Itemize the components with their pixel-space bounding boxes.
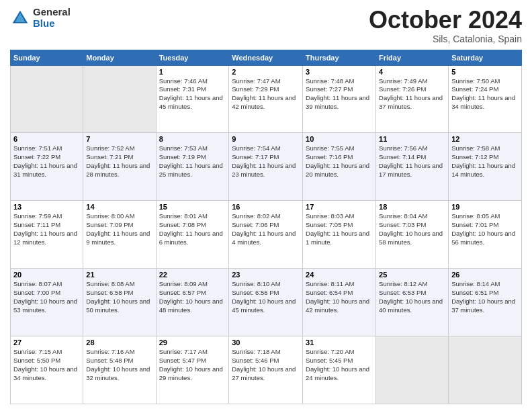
day-number: 29: [159, 338, 226, 347]
header: General Blue October 2024 Sils, Cataloni…: [10, 7, 522, 44]
calendar-cell: 20Sunrise: 8:07 AM Sunset: 7:00 PM Dayli…: [11, 269, 83, 336]
day-number: 13: [13, 203, 80, 211]
calendar-cell: 8Sunrise: 7:53 AM Sunset: 7:19 PM Daylig…: [156, 133, 229, 201]
day-info: Sunrise: 7:48 AM Sunset: 7:27 PM Dayligh…: [306, 77, 373, 111]
calendar-cell: 6Sunrise: 7:51 AM Sunset: 7:22 PM Daylig…: [11, 133, 83, 201]
day-info: Sunrise: 7:49 AM Sunset: 7:26 PM Dayligh…: [379, 77, 445, 111]
day-info: Sunrise: 8:12 AM Sunset: 6:53 PM Dayligh…: [379, 280, 445, 314]
calendar-cell: 23Sunrise: 8:10 AM Sunset: 6:56 PM Dayli…: [229, 269, 303, 336]
day-info: Sunrise: 7:53 AM Sunset: 7:19 PM Dayligh…: [159, 144, 226, 179]
day-number: 25: [379, 271, 445, 279]
day-info: Sunrise: 7:58 AM Sunset: 7:12 PM Dayligh…: [451, 144, 519, 179]
day-number: 20: [13, 271, 80, 279]
calendar-cell: 31Sunrise: 7:20 AM Sunset: 5:45 PM Dayli…: [303, 336, 376, 404]
day-info: Sunrise: 7:52 AM Sunset: 7:21 PM Dayligh…: [86, 144, 152, 179]
day-info: Sunrise: 7:50 AM Sunset: 7:24 PM Dayligh…: [451, 77, 519, 111]
day-number: 12: [451, 135, 519, 143]
day-number: 22: [159, 271, 226, 279]
day-number: 7: [86, 135, 152, 143]
day-info: Sunrise: 8:10 AM Sunset: 6:56 PM Dayligh…: [232, 280, 300, 314]
day-number: 1: [159, 68, 226, 76]
day-info: Sunrise: 8:03 AM Sunset: 7:05 PM Dayligh…: [306, 212, 373, 246]
day-of-week-header: Saturday: [449, 50, 522, 65]
logo-text: General Blue: [33, 7, 71, 29]
logo-general: General: [33, 7, 71, 18]
calendar-cell: [11, 65, 83, 133]
calendar-cell: 25Sunrise: 8:12 AM Sunset: 6:53 PM Dayli…: [376, 269, 449, 336]
calendar-cell: 16Sunrise: 8:02 AM Sunset: 7:06 PM Dayli…: [229, 201, 303, 269]
day-number: 9: [232, 135, 300, 143]
day-info: Sunrise: 8:07 AM Sunset: 7:00 PM Dayligh…: [13, 280, 80, 314]
day-info: Sunrise: 7:56 AM Sunset: 7:14 PM Dayligh…: [379, 144, 445, 179]
day-info: Sunrise: 7:54 AM Sunset: 7:17 PM Dayligh…: [232, 144, 300, 179]
day-number: 11: [379, 135, 445, 143]
day-number: 10: [306, 135, 373, 143]
day-info: Sunrise: 7:55 AM Sunset: 7:16 PM Dayligh…: [306, 144, 373, 179]
day-info: Sunrise: 8:09 AM Sunset: 6:57 PM Dayligh…: [159, 280, 226, 314]
calendar-cell: 21Sunrise: 8:08 AM Sunset: 6:58 PM Dayli…: [83, 269, 156, 336]
calendar-cell: 1Sunrise: 7:46 AM Sunset: 7:31 PM Daylig…: [156, 65, 229, 133]
day-info: Sunrise: 8:04 AM Sunset: 7:03 PM Dayligh…: [379, 212, 445, 246]
calendar-cell: 18Sunrise: 8:04 AM Sunset: 7:03 PM Dayli…: [376, 201, 449, 269]
day-number: 23: [232, 271, 300, 279]
logo-icon: [10, 8, 30, 28]
day-number: 17: [306, 203, 373, 211]
day-number: 2: [232, 68, 300, 76]
calendar-cell: 13Sunrise: 7:59 AM Sunset: 7:11 PM Dayli…: [11, 201, 83, 269]
day-number: 26: [451, 271, 519, 279]
day-number: 21: [86, 271, 152, 279]
calendar-cell: 4Sunrise: 7:49 AM Sunset: 7:26 PM Daylig…: [376, 65, 449, 133]
day-number: 30: [232, 338, 300, 347]
calendar-cell: 19Sunrise: 8:05 AM Sunset: 7:01 PM Dayli…: [449, 201, 522, 269]
day-number: 28: [86, 338, 152, 347]
day-number: 24: [306, 271, 373, 279]
day-info: Sunrise: 8:02 AM Sunset: 7:06 PM Dayligh…: [232, 212, 300, 246]
title-block: October 2024 Sils, Catalonia, Spain: [369, 7, 522, 44]
calendar-cell: 3Sunrise: 7:48 AM Sunset: 7:27 PM Daylig…: [303, 65, 376, 133]
calendar-cell: 2Sunrise: 7:47 AM Sunset: 7:29 PM Daylig…: [229, 65, 303, 133]
calendar-header-row: SundayMondayTuesdayWednesdayThursdayFrid…: [11, 50, 522, 65]
day-of-week-header: Monday: [83, 50, 156, 65]
calendar-week-row: 20Sunrise: 8:07 AM Sunset: 7:00 PM Dayli…: [11, 269, 522, 336]
day-info: Sunrise: 8:05 AM Sunset: 7:01 PM Dayligh…: [451, 212, 519, 246]
calendar-cell: [83, 65, 156, 133]
day-of-week-header: Sunday: [11, 50, 83, 65]
logo: General Blue: [10, 7, 71, 29]
calendar-cell: 28Sunrise: 7:16 AM Sunset: 5:48 PM Dayli…: [83, 336, 156, 404]
calendar-cell: 7Sunrise: 7:52 AM Sunset: 7:21 PM Daylig…: [83, 133, 156, 201]
day-info: Sunrise: 8:11 AM Sunset: 6:54 PM Dayligh…: [306, 280, 373, 314]
day-number: 27: [13, 338, 80, 347]
calendar-cell: 14Sunrise: 8:00 AM Sunset: 7:09 PM Dayli…: [83, 201, 156, 269]
day-info: Sunrise: 8:08 AM Sunset: 6:58 PM Dayligh…: [86, 280, 152, 314]
calendar-cell: 22Sunrise: 8:09 AM Sunset: 6:57 PM Dayli…: [156, 269, 229, 336]
calendar-cell: 29Sunrise: 7:17 AM Sunset: 5:47 PM Dayli…: [156, 336, 229, 404]
day-number: 19: [451, 203, 519, 211]
calendar-cell: 15Sunrise: 8:01 AM Sunset: 7:08 PM Dayli…: [156, 201, 229, 269]
day-number: 4: [379, 68, 445, 76]
calendar-week-row: 1Sunrise: 7:46 AM Sunset: 7:31 PM Daylig…: [11, 65, 522, 133]
calendar-cell: 17Sunrise: 8:03 AM Sunset: 7:05 PM Dayli…: [303, 201, 376, 269]
day-info: Sunrise: 8:01 AM Sunset: 7:08 PM Dayligh…: [159, 212, 226, 246]
calendar-week-row: 27Sunrise: 7:15 AM Sunset: 5:50 PM Dayli…: [11, 336, 522, 404]
logo-blue: Blue: [33, 18, 71, 30]
day-number: 14: [86, 203, 152, 211]
page: General Blue October 2024 Sils, Cataloni…: [0, 0, 532, 411]
day-info: Sunrise: 8:14 AM Sunset: 6:51 PM Dayligh…: [451, 280, 519, 314]
day-number: 16: [232, 203, 300, 211]
calendar-cell: 24Sunrise: 8:11 AM Sunset: 6:54 PM Dayli…: [303, 269, 376, 336]
day-number: 3: [306, 68, 373, 76]
day-info: Sunrise: 7:18 AM Sunset: 5:46 PM Dayligh…: [232, 348, 300, 382]
day-number: 31: [306, 338, 373, 347]
day-of-week-header: Thursday: [303, 50, 376, 65]
day-info: Sunrise: 7:46 AM Sunset: 7:31 PM Dayligh…: [159, 77, 226, 111]
calendar-cell: 9Sunrise: 7:54 AM Sunset: 7:17 PM Daylig…: [229, 133, 303, 201]
day-info: Sunrise: 8:00 AM Sunset: 7:09 PM Dayligh…: [86, 212, 152, 246]
calendar-cell: 30Sunrise: 7:18 AM Sunset: 5:46 PM Dayli…: [229, 336, 303, 404]
day-info: Sunrise: 7:17 AM Sunset: 5:47 PM Dayligh…: [159, 348, 226, 382]
calendar-cell: [376, 336, 449, 404]
calendar-cell: 27Sunrise: 7:15 AM Sunset: 5:50 PM Dayli…: [11, 336, 83, 404]
calendar-table: SundayMondayTuesdayWednesdayThursdayFrid…: [10, 50, 522, 404]
day-number: 5: [451, 68, 519, 76]
day-info: Sunrise: 7:59 AM Sunset: 7:11 PM Dayligh…: [13, 212, 80, 246]
day-number: 6: [13, 135, 80, 143]
